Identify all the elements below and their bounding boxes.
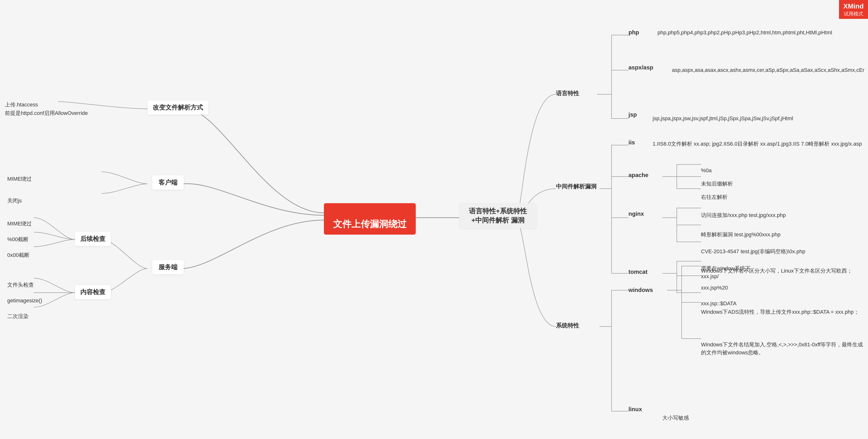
xmind-title: XMind	[843, 2, 864, 11]
node-windows-val3: Windows下文件名结尾加入.空格,<,>,>>>,0x81-0xff等字符，…	[701, 332, 865, 356]
node-topleft-note: 上传.htaccess 前提是httpd.conf启用AllowOverride	[5, 92, 88, 118]
node-nginx-val2: 畸形解析漏洞 test.jpg%00xxx.php	[701, 223, 780, 238]
node-linux-label: linux	[628, 406, 642, 413]
node-nginx-label: nginx	[628, 210, 644, 217]
node-x00-server: 0x00截断	[7, 243, 30, 259]
node-php-label: php	[628, 29, 639, 36]
node-apache-val3: 右往左解析	[701, 185, 727, 201]
node-pct-server: %00截断	[7, 227, 29, 243]
node-apache-label: apache	[628, 172, 649, 178]
node-middle-vuln: 中间件解析漏洞	[556, 183, 596, 191]
node-windows-val1: Windows下文件名不区分大小写，Linux下文件名区分大写欧西；	[701, 259, 852, 275]
node-aspx-label: aspx/asp	[628, 64, 653, 71]
xmind-subtitle: 试用模式	[843, 11, 864, 17]
node-client: 客户端	[152, 175, 184, 189]
node-mime-client: MIME绕过	[7, 167, 32, 183]
node-close-js: 关闭js	[7, 189, 22, 205]
node-jsp-label: jsp	[628, 111, 637, 118]
node-tomcat-val2: xxx.jsp%20	[701, 276, 728, 292]
node-post-check: 后续检查	[75, 232, 111, 246]
node-mime-server: MIME绕过	[7, 212, 32, 228]
center-node: 文件上传漏洞绕过	[324, 203, 416, 235]
node-windows-label: windows	[628, 287, 653, 293]
node-iis-label: iis	[628, 139, 635, 146]
node-jsp-val: jsp,jspa,jspx,jsw,jsv,jspf,jtml,jSp,jSpx…	[653, 107, 793, 122]
node-change-parse: 改变文件解析方式	[148, 100, 208, 115]
node-secondary: 二次渲染	[7, 304, 29, 320]
node-iis-val: 1.IIS6.0文件解析 xx.asp; jpg2.IIS6.0目录解析 xx.…	[653, 132, 862, 148]
node-aspx-val: asp,aspx,asa,asax,ascx,ashx,asmx,cer,aSp…	[672, 58, 864, 74]
xmind-badge: XMind 试用模式	[839, 0, 868, 19]
node-sys-feature: 系统特性	[556, 322, 579, 329]
node-windows-val2: Windows下ADS流特性，导致上传文件xxx.php::$DATA = xx…	[701, 300, 859, 316]
node-content-check: 内容检查	[75, 285, 111, 299]
node-header-check: 文件头检查	[7, 273, 34, 289]
node-getimagesize: getimagesize()	[7, 289, 42, 304]
node-nginx-val1: 访问连接加/xxx.php test.jpg/xxx.php	[701, 203, 786, 219]
node-linux-val: 大小写敏感	[662, 406, 689, 422]
node-lang-feature: 语言特性	[556, 89, 579, 97]
node-nginx-val3: CVE-2013-4547 test.jpg(非编码空格)\0x.php	[701, 239, 805, 256]
node-server: 服务端	[152, 260, 184, 274]
node-php-val: php,php5,php4,php3,php2,pHp,pHp3,pHp2,ht…	[657, 21, 832, 36]
node-lang-sys-middle: 语言特性+系统特性+中间件解析 漏洞	[459, 203, 537, 228]
node-tomcat-label: tomcat	[628, 268, 648, 275]
